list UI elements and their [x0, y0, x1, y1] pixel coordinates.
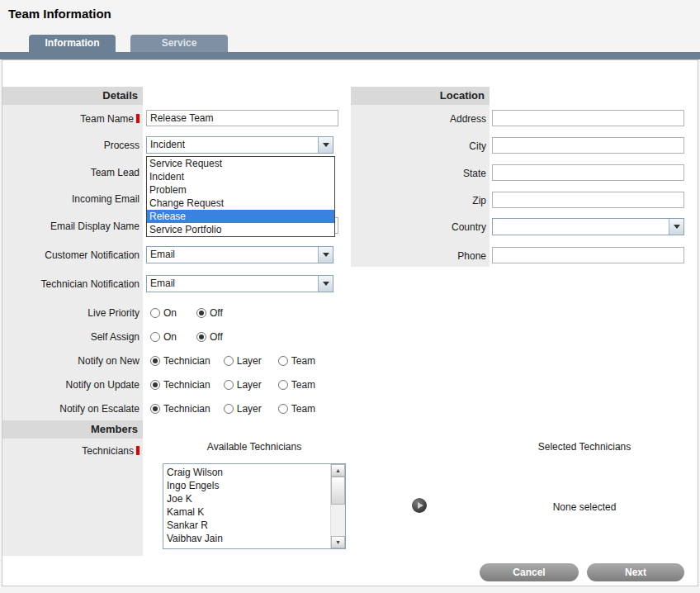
radio-icon [150, 308, 160, 318]
radio-icon [224, 404, 234, 414]
arrow-right-icon [418, 502, 423, 509]
cancel-button[interactable]: Cancel [480, 563, 579, 581]
notify-on-update-label: Notify on Update [2, 377, 140, 393]
team-name-label: Team Name [2, 111, 140, 127]
live-priority-on[interactable]: On [150, 307, 177, 319]
process-option[interactable]: Incident [147, 170, 334, 183]
radio-selected-icon [150, 380, 160, 390]
team-lead-label: Team Lead [2, 164, 140, 181]
customer-notification-select[interactable]: Email [146, 246, 333, 263]
scroll-up-icon[interactable]: ▲ [331, 464, 345, 477]
radio-icon [278, 404, 288, 414]
process-option[interactable]: Service Request [147, 157, 334, 170]
notify-new-team[interactable]: Team [278, 355, 315, 367]
technician-list-item[interactable]: Ingo Engels [163, 479, 331, 492]
city-label: City [354, 138, 490, 154]
radio-selected-icon [196, 308, 206, 318]
country-label: Country [354, 219, 490, 235]
radio-icon [278, 356, 288, 366]
notify-update-technician[interactable]: Technician [150, 379, 210, 391]
email-display-name-label: Email Display Name [2, 218, 140, 235]
state-label: State [354, 165, 490, 182]
incoming-email-label: Incoming Email [2, 191, 140, 207]
technicians-label: Technicians [2, 443, 140, 459]
notify-on-escalate-label: Notify on Escalate [2, 401, 140, 417]
address-input[interactable] [492, 110, 684, 126]
required-marker [136, 446, 140, 455]
city-input[interactable] [492, 137, 684, 154]
chevron-down-icon[interactable] [318, 276, 333, 292]
notify-update-team[interactable]: Team [278, 379, 315, 391]
country-select[interactable] [492, 218, 684, 235]
notify-on-escalate-options: Technician Layer Team [150, 401, 315, 417]
process-select[interactable]: Incident [146, 136, 333, 154]
process-dropdown-list: Service Request Incident Problem Change … [146, 156, 335, 237]
technician-list-item[interactable]: Kamal K [163, 505, 331, 519]
tab-strip [0, 52, 700, 59]
details-section-header: Details [2, 87, 143, 105]
phone-label: Phone [354, 248, 490, 264]
zip-label: Zip [354, 192, 490, 209]
radio-selected-icon [196, 332, 206, 342]
zip-input[interactable] [492, 192, 684, 208]
scrollbar-thumb[interactable] [331, 477, 345, 505]
customer-notification-label: Customer Notification [2, 247, 140, 263]
members-section-header: Members [2, 420, 143, 439]
radio-icon [278, 380, 288, 390]
notify-on-new-options: Technician Layer Team [150, 353, 315, 369]
self-assign-options: On Off [150, 329, 223, 345]
tab-information[interactable]: Information [29, 35, 116, 52]
chevron-down-icon[interactable] [669, 219, 683, 235]
chevron-down-icon[interactable] [318, 247, 333, 263]
technician-list-item[interactable]: Craig Wilson [163, 466, 331, 479]
available-technicians-header: Available Technicians [163, 441, 346, 453]
available-technicians-list[interactable]: Craig Wilson Ingo Engels Joe K Kamal K S… [163, 463, 346, 549]
customer-notification-value: Email [150, 247, 175, 263]
notify-escalate-layer[interactable]: Layer [224, 403, 262, 415]
radio-icon [224, 380, 234, 390]
process-option[interactable]: Change Request [147, 197, 334, 210]
radio-icon [224, 356, 234, 366]
technician-notification-select[interactable]: Email [146, 275, 333, 292]
notify-new-layer[interactable]: Layer [224, 355, 262, 367]
form-content: Details Location Members Team Name Proce… [2, 59, 698, 586]
phone-input[interactable] [492, 247, 684, 263]
process-option-highlighted[interactable]: Release [147, 210, 334, 223]
address-label: Address [354, 111, 490, 127]
team-name-input[interactable] [146, 110, 338, 126]
self-assign-on[interactable]: On [150, 331, 177, 343]
details-label-column [2, 87, 143, 556]
process-option[interactable]: Service Portfolio [147, 223, 334, 236]
tab-service[interactable]: Service [130, 35, 228, 52]
scroll-down-icon[interactable]: ▼ [331, 536, 345, 548]
radio-icon [150, 332, 160, 342]
notify-escalate-team[interactable]: Team [278, 403, 315, 415]
state-input[interactable] [492, 164, 684, 181]
radio-selected-icon [150, 404, 160, 414]
technician-notification-label: Technician Notification [2, 276, 140, 292]
process-select-value: Incident [150, 137, 185, 153]
location-section-header: Location [351, 87, 490, 105]
live-priority-off[interactable]: Off [196, 307, 223, 319]
notify-on-new-label: Notify on New [2, 353, 140, 369]
selected-technicians-header: Selected Technicians [494, 441, 675, 453]
technician-list-item[interactable]: Joe K [163, 492, 331, 505]
process-option[interactable]: Problem [147, 183, 334, 197]
technician-notification-value: Email [150, 276, 175, 292]
chevron-down-icon[interactable] [318, 137, 333, 153]
page-title: Team Information [8, 7, 111, 21]
next-button[interactable]: Next [587, 563, 684, 581]
notify-new-technician[interactable]: Technician [150, 355, 210, 367]
live-priority-options: On Off [150, 305, 223, 321]
notify-update-layer[interactable]: Layer [224, 379, 262, 391]
technician-list-item[interactable]: Sankar R [163, 519, 331, 532]
selected-technicians-placeholder: None selected [494, 501, 675, 513]
radio-selected-icon [150, 356, 160, 366]
notify-escalate-technician[interactable]: Technician [150, 403, 210, 415]
required-marker [136, 114, 140, 123]
technician-list-item[interactable]: Vaibhav Jain [163, 532, 331, 545]
move-right-button[interactable] [412, 498, 427, 513]
live-priority-label: Live Priority [2, 305, 140, 321]
list-scrollbar[interactable]: ▲ ▼ [330, 464, 345, 548]
self-assign-off[interactable]: Off [196, 331, 223, 343]
